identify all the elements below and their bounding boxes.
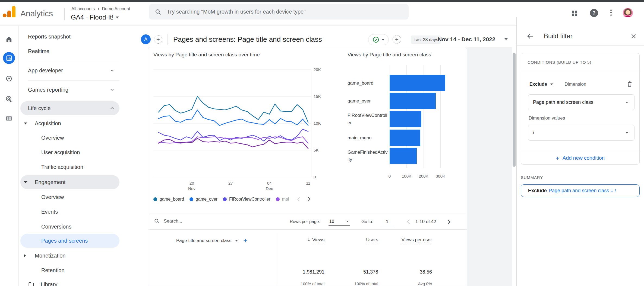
sidebar-item-pages-and-screens[interactable]: Pages and screens: [20, 234, 119, 248]
column-header[interactable]: Users: [335, 236, 378, 243]
sidebar-item-acquisition[interactable]: Acquisition: [20, 116, 119, 130]
check-circle-icon: [372, 36, 379, 43]
back-arrow-icon[interactable]: [526, 32, 534, 40]
rows-per-page-select[interactable]: 10: [329, 218, 350, 226]
property-selector[interactable]: GA4 - Flood-It!: [71, 14, 119, 21]
sidebar-item-overview[interactable]: Overview: [20, 190, 119, 204]
column-header[interactable]: Views per user: [394, 236, 432, 243]
line-series-game_board[interactable]: [159, 97, 308, 122]
column-total: 38.56: [420, 269, 432, 275]
sidebar-item-reports-snapshot[interactable]: Reports snapshot: [20, 30, 119, 44]
dimension-select[interactable]: Page path and screen class: [528, 94, 634, 110]
close-icon[interactable]: [630, 33, 637, 40]
bar-main_menu[interactable]: [390, 130, 420, 146]
property-name[interactable]: GA4 - Flood-It!: [71, 14, 113, 21]
sidebar-item-app-developer[interactable]: App developer: [20, 63, 119, 78]
add-new-condition-button[interactable]: +Add new condition: [521, 155, 640, 162]
legend-prev-icon[interactable]: [295, 196, 302, 203]
legend-dot-icon: [190, 197, 193, 201]
more-options-icon[interactable]: [610, 9, 612, 16]
sidebar-item-engagement[interactable]: Engagement: [20, 175, 119, 189]
breadcrumb-account[interactable]: Demo Account: [102, 7, 130, 11]
chevron-down-icon: [109, 87, 115, 94]
rail-item-explore[interactable]: [5, 75, 12, 82]
bar-x-tick-label: 100K: [399, 174, 415, 178]
rows-per-page-label: Rows per page:: [290, 219, 320, 224]
bar-game_board[interactable]: [390, 75, 445, 91]
sidebar-item-user-acquisition[interactable]: User acquisition: [20, 145, 119, 159]
next-page-icon[interactable]: [445, 218, 452, 225]
previous-page-icon[interactable]: [405, 218, 412, 225]
table-search-input[interactable]: [163, 218, 224, 224]
legend-item-FIRootViewController[interactable]: FIRootViewController: [223, 197, 270, 202]
dimension-select-value: Page path and screen class: [533, 99, 593, 105]
report-variant-badge[interactable]: A: [141, 34, 151, 44]
bar-chart-title: Views by Page title and screen class: [348, 52, 431, 58]
sidebar-item-library[interactable]: Library: [20, 277, 119, 286]
add-report-button[interactable]: +: [393, 35, 401, 44]
bar-GameFinishedActivity[interactable]: [390, 148, 417, 164]
sidebar-item-games-reporting[interactable]: Games reporting: [20, 83, 119, 97]
sidebar-item-label: Overview: [41, 130, 64, 145]
y-tick-label: 10K: [314, 121, 330, 126]
rail-item-advertising[interactable]: [5, 95, 12, 102]
goto-page-input[interactable]: 1: [380, 218, 394, 226]
sidebar-item-overview[interactable]: Overview: [20, 131, 119, 145]
breadcrumb[interactable]: All accounts Demo Account: [71, 7, 130, 11]
add-comparison-button[interactable]: +: [154, 35, 162, 44]
x-tick-label: 20Nov: [184, 181, 200, 191]
rail-item-home[interactable]: [5, 36, 12, 43]
expand-triangle-icon[interactable]: [24, 181, 27, 183]
rail-item-reports[interactable]: [3, 52, 15, 64]
legend-item-main_menu[interactable]: mai: [276, 197, 289, 202]
line-chart[interactable]: [153, 65, 316, 179]
chevron-down-icon[interactable]: [550, 83, 553, 85]
vertical-scrollbar[interactable]: [513, 53, 516, 167]
user-avatar[interactable]: [623, 8, 633, 18]
bar-FIRootViewController[interactable]: [390, 111, 421, 127]
sidebar-item-life-cycle[interactable]: Life cycle: [20, 101, 119, 115]
global-search-bar[interactable]: [149, 4, 409, 20]
filter-summary-chip[interactable]: Exclude Page path and screen class = /: [521, 184, 640, 197]
trash-icon[interactable]: [626, 81, 633, 88]
breadcrumb-all-accounts[interactable]: All accounts: [71, 7, 95, 11]
line-series-game_over[interactable]: [159, 110, 308, 126]
legend-item-game_board[interactable]: game_board: [153, 197, 184, 202]
expand-triangle-icon[interactable]: [24, 123, 27, 124]
condition-mode-select[interactable]: Exclude: [529, 82, 547, 87]
collapse-triangle-icon[interactable]: [24, 254, 26, 257]
sort-desc-icon: [307, 237, 311, 242]
bar-chart[interactable]: [390, 65, 463, 168]
chevron-down-icon[interactable]: [504, 38, 508, 40]
table-search[interactable]: [154, 218, 224, 224]
dimension-label: Dimension: [564, 82, 586, 87]
bar-game_over[interactable]: [390, 93, 436, 109]
legend-next-icon[interactable]: [306, 196, 312, 203]
add-dimension-button[interactable]: +: [243, 236, 247, 245]
sidebar-item-monetization[interactable]: Monetization: [20, 249, 119, 263]
legend-label: FIRootViewController: [229, 197, 270, 202]
dimension-values-value: /: [533, 130, 534, 136]
report-saved-status-button[interactable]: [368, 34, 389, 45]
dimension-values-select[interactable]: /: [528, 125, 634, 141]
sidebar-item-retention[interactable]: Retention: [20, 263, 119, 277]
sidebar-item-traffic-acquisition[interactable]: Traffic acquisition: [20, 160, 119, 174]
dimension-column-header[interactable]: Page title and screen class +: [176, 236, 247, 245]
sidebar-item-realtime[interactable]: Realtime: [20, 44, 119, 58]
date-range-picker[interactable]: Nov 14 - Dec 11, 2022: [438, 36, 495, 43]
sidebar-item-events[interactable]: Events: [20, 205, 119, 219]
apps-grid-icon[interactable]: [571, 10, 578, 17]
analytics-logo-icon[interactable]: [3, 6, 16, 17]
legend-item-game_over[interactable]: game_over: [190, 197, 217, 202]
column-header[interactable]: Views: [281, 236, 324, 243]
sidebar-item-conversions[interactable]: Conversions: [20, 220, 119, 234]
sidebar-item-label: Realtime: [28, 44, 49, 59]
bar-x-tick-label: 300K: [433, 174, 449, 178]
folder-icon: [28, 281, 34, 286]
logo-bar-short: [7, 11, 11, 17]
filter-panel-divider: [516, 45, 644, 46]
table-divider-top: [148, 214, 467, 214]
global-search-input[interactable]: [166, 8, 390, 15]
help-icon[interactable]: ?: [590, 9, 598, 17]
rail-item-configure[interactable]: [5, 115, 12, 122]
